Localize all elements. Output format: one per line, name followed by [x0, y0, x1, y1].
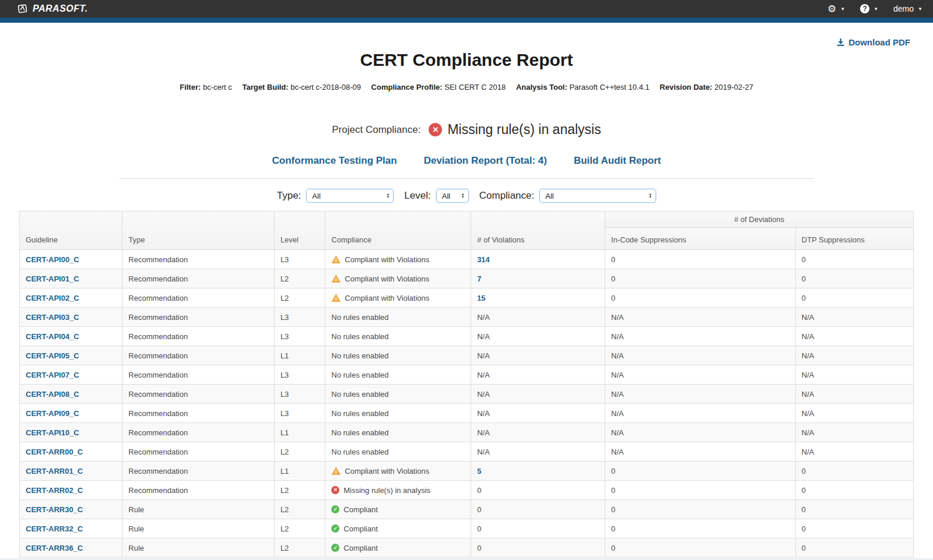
incode-suppressions-cell: 0 [605, 481, 796, 500]
incode-suppressions-cell: N/A [605, 442, 796, 462]
guideline-link[interactable]: CERT-ARR01_C [26, 467, 83, 476]
level-filter-select[interactable]: All ▲▼ [436, 189, 469, 203]
compliance-filter-label: Compliance: [479, 190, 535, 202]
dtp-suppressions-cell: N/A [795, 346, 913, 365]
guideline-link[interactable]: CERT-ARR02_C [26, 486, 83, 495]
type-cell: Rule [122, 519, 275, 538]
violations-value: 0 [477, 505, 481, 514]
table-body: CERT-API00_C Recommendation L3 ! Complia… [20, 250, 914, 558]
compliance-text: Compliant with Violations [345, 255, 429, 264]
guideline-link[interactable]: CERT-API02_C [26, 294, 79, 302]
compliance-cell: No rules enabled [325, 404, 471, 423]
violations-cell: N/A [471, 423, 605, 442]
dtp-suppressions-cell: 0 [795, 462, 913, 481]
compliance-text: No rules enabled [331, 428, 388, 437]
violations-value: N/A [477, 390, 490, 399]
guideline-cell: CERT-API01_C [20, 269, 122, 288]
compliance-cell: ✓ Compliant [325, 538, 471, 558]
guideline-link[interactable]: CERT-API05_C [26, 351, 79, 360]
type-cell: Recommendation [122, 385, 275, 404]
violations-cell: N/A [471, 308, 605, 327]
table-row: CERT-API10_C Recommendation L1 No rules … [20, 423, 914, 442]
type-cell: Recommendation [122, 269, 275, 288]
table-row: CERT-ARR02_C Recommendation L2 ✕ Missing… [20, 481, 914, 500]
level-cell: L2 [274, 500, 325, 519]
dtp-suppressions-cell: N/A [795, 308, 913, 327]
help-menu[interactable]: ? ▼ [860, 4, 878, 13]
type-filter-select[interactable]: All ▲▼ [306, 189, 394, 203]
dtp-suppressions-cell: N/A [795, 385, 913, 404]
guideline-link[interactable]: CERT-ARR32_C [26, 524, 83, 533]
violations-cell: 5 [471, 462, 605, 481]
conformance-testing-plan-link[interactable]: Conformance Testing Plan [272, 155, 397, 167]
compliance-text: No rules enabled [331, 371, 388, 379]
guideline-link[interactable]: CERT-ARR30_C [26, 505, 83, 514]
violations-value[interactable]: 15 [477, 294, 485, 302]
violations-value: N/A [477, 332, 490, 341]
type-filter-label: Type: [277, 190, 301, 202]
brand-name: PARASOFT. [33, 3, 88, 14]
guideline-link[interactable]: CERT-API00_C [26, 255, 79, 264]
guideline-cell: CERT-ARR30_C [20, 500, 122, 519]
user-menu[interactable]: demo ▼ [893, 4, 923, 13]
level-cell: L1 [274, 462, 325, 481]
incode-suppressions-cell: 0 [605, 538, 796, 558]
violations-value[interactable]: 5 [477, 467, 481, 476]
dtp-suppressions-cell: N/A [795, 404, 913, 423]
settings-menu[interactable]: ⚙ ▼ [827, 4, 845, 14]
table-row: CERT-API01_C Recommendation L2 ! Complia… [20, 269, 914, 288]
help-icon[interactable]: ? [860, 4, 869, 13]
guideline-link[interactable]: CERT-API10_C [26, 428, 79, 437]
guideline-link[interactable]: CERT-ARR00_C [26, 448, 83, 456]
download-pdf-link[interactable]: Download PDF [836, 37, 910, 47]
type-cell: Recommendation [122, 423, 275, 442]
incode-suppressions-cell: N/A [605, 365, 796, 385]
download-icon [836, 38, 845, 47]
violations-value: N/A [477, 313, 490, 322]
compliance-text: Missing rule(s) in analysis [343, 486, 430, 495]
compliance-filter-select[interactable]: All ▲▼ [539, 189, 656, 203]
violations-value: N/A [477, 409, 490, 418]
user-name[interactable]: demo [893, 4, 914, 13]
dtp-suppressions-cell: N/A [795, 327, 913, 346]
build-audit-report-link[interactable]: Build Audit Report [574, 155, 661, 167]
dtp-suppressions-cell: N/A [795, 423, 913, 442]
gear-icon[interactable]: ⚙ [827, 4, 836, 14]
guideline-link[interactable]: CERT-API04_C [26, 332, 79, 341]
guideline-cell: CERT-API02_C [20, 288, 122, 308]
compliance-text: No rules enabled [331, 332, 388, 341]
compliance-cell: No rules enabled [325, 423, 471, 442]
violations-value: N/A [477, 351, 490, 360]
incode-suppressions-cell: N/A [605, 327, 796, 346]
report-meta: Filter: bc-cert c Target Build: bc-cert … [19, 83, 914, 91]
guideline-link[interactable]: CERT-API08_C [26, 390, 79, 399]
violations-value[interactable]: 314 [477, 255, 490, 264]
col-header-compliance: Compliance [325, 212, 471, 250]
guideline-link[interactable]: CERT-API07_C [26, 371, 79, 379]
dtp-suppressions-cell: 0 [795, 500, 913, 519]
violations-cell: N/A [471, 327, 605, 346]
meta-compliance-profile-label: Compliance Profile: [371, 83, 443, 91]
guideline-link[interactable]: CERT-API09_C [26, 409, 79, 418]
guideline-link[interactable]: CERT-API01_C [26, 274, 79, 283]
meta-filter-value: bc-cert c [203, 83, 232, 91]
guideline-link[interactable]: CERT-API03_C [26, 313, 79, 322]
guideline-link[interactable]: CERT-ARR36_C [26, 544, 83, 552]
meta-target-build-label: Target Build: [242, 83, 288, 91]
level-cell: L2 [274, 442, 325, 462]
table-row: CERT-API08_C Recommendation L3 No rules … [20, 385, 914, 404]
select-stepper-icon: ▲▼ [461, 193, 465, 199]
level-cell: L2 [274, 519, 325, 538]
guideline-cell: CERT-ARR36_C [20, 538, 122, 558]
compliance-cell: ! Compliant with Violations [325, 462, 471, 481]
type-cell: Recommendation [122, 404, 275, 423]
type-cell: Recommendation [122, 462, 275, 481]
level-cell: L3 [274, 250, 325, 269]
violations-value[interactable]: 7 [477, 274, 481, 283]
type-cell: Recommendation [122, 250, 275, 269]
project-compliance-label: Project Compliance: [332, 124, 420, 136]
guideline-cell: CERT-API07_C [20, 365, 122, 385]
compliance-text: Compliant [343, 505, 378, 514]
col-header-dtp-suppressions: DTP Suppressions [795, 228, 913, 250]
deviation-report-link[interactable]: Deviation Report (Total: 4) [424, 155, 547, 167]
